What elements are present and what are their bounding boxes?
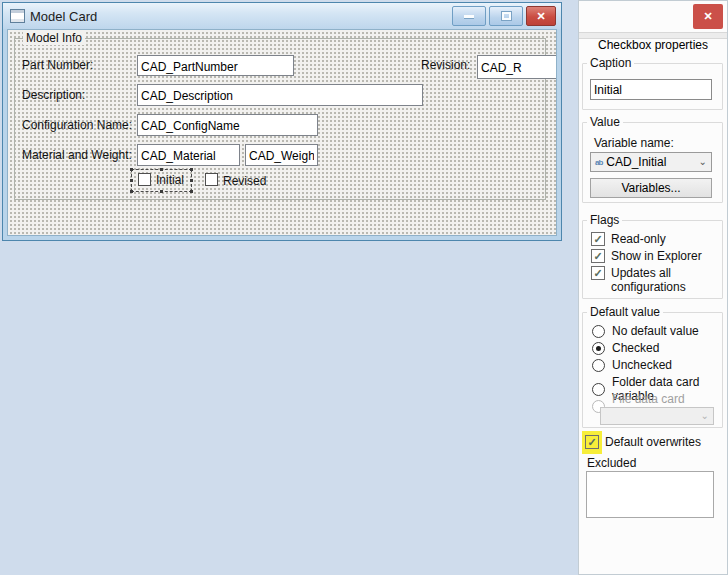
revision-field[interactable] <box>477 55 557 79</box>
variable-type-icon: ab <box>595 158 602 167</box>
description-field[interactable] <box>137 84 423 106</box>
selection-handle[interactable] <box>190 179 193 182</box>
excluded-label: Excluded <box>587 456 636 470</box>
maximize-icon <box>502 12 511 20</box>
variables-button-label: Variables... <box>621 181 680 195</box>
minimize-button[interactable] <box>452 6 486 26</box>
chevron-down-icon: ⌄ <box>701 412 709 420</box>
radio-checked[interactable]: Checked <box>592 341 659 355</box>
checkbox-checked-icon: ✓ <box>591 232 605 246</box>
selection-handle[interactable] <box>130 190 133 193</box>
model-info-group-label: Model Info <box>23 31 85 45</box>
maximize-button[interactable] <box>489 6 523 26</box>
revised-checkbox[interactable] <box>205 173 218 186</box>
initial-checkbox-selection[interactable]: Initial <box>132 170 191 191</box>
default-overwrites-checkbox[interactable]: ✓ Default overwrites <box>585 435 701 449</box>
checkbox-checked-icon: ✓ <box>591 266 605 280</box>
material-field[interactable] <box>137 144 240 166</box>
variable-name-label: Variable name: <box>594 136 674 150</box>
default-overwrites-label: Default overwrites <box>605 435 701 449</box>
weight-field[interactable] <box>245 144 318 166</box>
variable-name-dropdown[interactable]: ab CAD_Initial ⌄ <box>590 152 712 172</box>
caption-group: Caption <box>582 63 723 110</box>
selection-handle[interactable] <box>130 168 133 171</box>
flag-label: Read-only <box>611 232 666 246</box>
radio-no-default-value[interactable]: No default value <box>592 324 699 338</box>
configuration-name-field[interactable] <box>137 114 318 136</box>
initial-checkbox-label: Initial <box>156 173 184 187</box>
revised-checkbox-label: Revised <box>223 174 266 188</box>
close-icon: ✕ <box>703 10 712 23</box>
checkbox-properties-panel: ✕ Checkbox properties Caption Value Vari… <box>578 0 728 575</box>
flags-group: Flags ✓ Read-only ✓ Show in Explorer ✓ U… <box>582 220 723 299</box>
flag-updates-all-configurations[interactable]: ✓ Updates all configurations <box>591 266 703 294</box>
close-button[interactable]: ✕ <box>526 6 556 26</box>
radio-icon <box>592 359 605 372</box>
variables-button[interactable]: Variables... <box>590 178 712 198</box>
excluded-textarea[interactable] <box>586 471 714 518</box>
checkbox-checked-icon: ✓ <box>591 249 605 263</box>
window-title: Model Card <box>30 9 97 24</box>
description-label: Description: <box>22 88 85 102</box>
panel-title: Checkbox properties <box>579 38 727 52</box>
file-variable-dropdown: ⌄ <box>600 407 714 425</box>
value-group-label: Value <box>587 115 623 129</box>
revision-label: Revision: <box>421 58 470 72</box>
panel-close-button[interactable]: ✕ <box>693 4 723 29</box>
selection-handle[interactable] <box>160 190 163 193</box>
card-window-icon <box>10 9 25 23</box>
close-icon: ✕ <box>536 10 545 23</box>
selection-handle[interactable] <box>130 179 133 182</box>
radio-label: Checked <box>612 341 659 355</box>
window-titlebar[interactable]: Model Card ✕ <box>3 3 561 29</box>
value-group: Value Variable name: ab CAD_Initial ⌄ Va… <box>582 122 723 203</box>
selection-handle[interactable] <box>190 168 193 171</box>
radio-selected-icon <box>592 342 605 355</box>
radio-unchecked[interactable]: Unchecked <box>592 358 672 372</box>
card-editor-window: Model Card ✕ Model Info Part Number: Rev… <box>2 2 562 241</box>
caption-input[interactable] <box>590 79 712 100</box>
material-weight-label: Material and Weight: <box>22 148 132 162</box>
part-number-label: Part Number: <box>22 58 93 72</box>
minimize-icon <box>464 15 474 18</box>
radio-label: No default value <box>612 324 699 338</box>
default-value-group: Default value No default value Checked U… <box>582 312 723 428</box>
card-design-surface[interactable]: Model Info Part Number: Revision: Descri… <box>7 29 557 236</box>
initial-checkbox[interactable] <box>138 173 151 186</box>
radio-label: Unchecked <box>612 358 672 372</box>
chevron-down-icon: ⌄ <box>699 158 707 166</box>
flag-label: Updates all configurations <box>611 266 703 294</box>
window-controls: ✕ <box>452 6 556 26</box>
checkbox-checked-icon: ✓ <box>585 435 599 449</box>
configuration-name-label: Configuration Name: <box>22 118 132 132</box>
variable-name-value: CAD_Initial <box>606 155 694 169</box>
selection-handle[interactable] <box>190 190 193 193</box>
flags-group-label: Flags <box>587 213 622 227</box>
default-value-group-label: Default value <box>587 305 663 319</box>
caption-group-label: Caption <box>587 56 634 70</box>
flag-read-only[interactable]: ✓ Read-only <box>591 232 666 246</box>
radio-icon <box>592 325 605 338</box>
flag-label: Show in Explorer <box>611 249 702 263</box>
flag-show-in-explorer[interactable]: ✓ Show in Explorer <box>591 249 702 263</box>
part-number-field[interactable] <box>137 55 294 76</box>
selection-handle[interactable] <box>160 168 163 171</box>
